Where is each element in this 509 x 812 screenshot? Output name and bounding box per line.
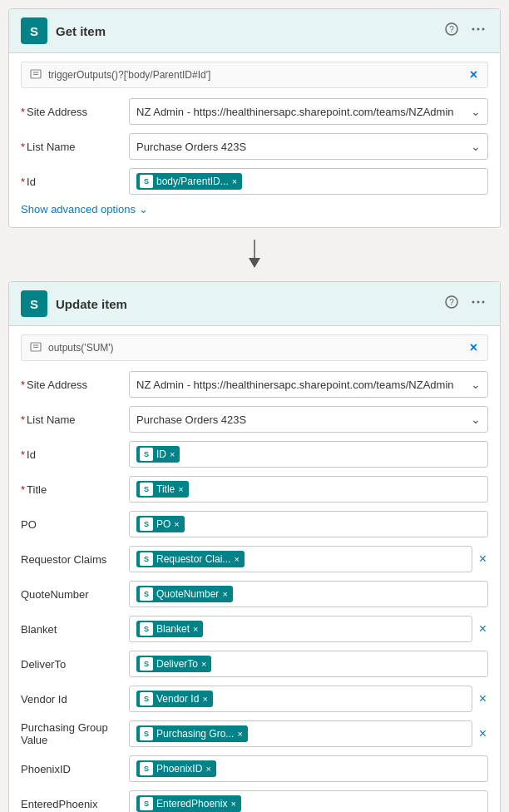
get-item-source-close[interactable]: × <box>468 67 479 82</box>
update-field-input-1[interactable]: STitle× <box>129 476 488 503</box>
update-site-chevron-icon: ⌄ <box>471 378 481 391</box>
update-item-body: outputs('SUM') × *Site Address NZ Admin … <box>9 326 500 812</box>
get-item-actions: ? <box>442 21 488 41</box>
outer-clear-3[interactable]: × <box>477 552 488 567</box>
update-item-header: S Update item ? <box>9 282 500 326</box>
tag-icon-7: S <box>140 692 153 706</box>
help-icon-2: ? <box>445 295 458 309</box>
update-field-tag-1: STitle× <box>136 481 189 498</box>
update-field-label-2: PO <box>21 518 129 531</box>
update-site-address-label: *Site Address <box>21 379 129 391</box>
update-field-input-10[interactable]: SEnteredPhoenix× <box>129 790 488 812</box>
get-item-more-button[interactable] <box>468 21 488 41</box>
update-list-name-row: *List Name Purchase Orders 423S ⌄ <box>21 406 488 433</box>
get-item-id-tag: S body/ParentID... × <box>136 173 242 190</box>
update-field-input-8[interactable]: SPurchasing Gro...× <box>129 720 472 747</box>
update-field-input-3[interactable]: SRequestor Clai...× <box>129 546 472 572</box>
tag-close-6[interactable]: × <box>201 660 206 669</box>
update-field-tag-6: SDeliverTo× <box>136 656 211 672</box>
update-item-card: S Update item ? <box>8 281 501 812</box>
svg-point-14 <box>482 301 485 304</box>
tag-close-8[interactable]: × <box>237 730 242 739</box>
update-field-input-0[interactable]: SID× <box>129 441 488 468</box>
list-name-chevron-icon: ⌄ <box>471 140 481 153</box>
outer-clear-8[interactable]: × <box>477 726 488 741</box>
get-item-help-button[interactable]: ? <box>442 21 462 41</box>
update-item-source-row: outputs('SUM') × <box>21 334 488 361</box>
update-field-tag-0: SID× <box>136 446 180 463</box>
tag-icon-8: S <box>140 727 153 740</box>
update-field-row-6: DeliverToSDeliverTo× <box>21 651 488 677</box>
get-item-site-address-row: *Site Address NZ Admin - https://healthi… <box>21 98 488 125</box>
update-item-source-text: outputs('SUM') <box>48 342 468 354</box>
update-field-input-4[interactable]: SQuoteNumber× <box>129 581 488 607</box>
tag-sharepoint-icon: S <box>140 175 153 188</box>
update-field-input-5[interactable]: SBlanket× <box>129 616 472 642</box>
tag-icon-1: S <box>140 483 153 496</box>
svg-marker-9 <box>249 258 260 268</box>
update-field-tag-4: SQuoteNumber× <box>136 586 233 602</box>
tag-close-0[interactable]: × <box>170 450 175 459</box>
update-field-label-10: EnteredPhoenix <box>21 798 129 810</box>
update-site-address-input[interactable]: NZ Admin - https://healthinersapc.sharep… <box>129 371 488 398</box>
tag-close-2[interactable]: × <box>174 520 179 529</box>
update-item-actions: ? <box>442 294 488 314</box>
help-icon: ? <box>445 22 458 36</box>
tag-close-1[interactable]: × <box>178 485 183 494</box>
svg-text:?: ? <box>449 25 454 34</box>
update-field-label-8: Purchasing Group Value <box>21 721 129 746</box>
site-address-chevron-icon: ⌄ <box>471 105 481 118</box>
update-list-name-input[interactable]: Purchase Orders 423S ⌄ <box>129 406 488 433</box>
tag-icon-5: S <box>140 622 153 636</box>
update-item-help-button[interactable]: ? <box>442 294 462 314</box>
get-item-source-row: triggerOutputs()?['body/ParentID#Id'] × <box>21 62 488 88</box>
tag-icon-9: S <box>140 762 153 775</box>
tag-icon-3: S <box>140 552 153 566</box>
update-field-input-6[interactable]: SDeliverTo× <box>129 651 488 677</box>
get-item-source-text: triggerOutputs()?['body/ParentID#Id'] <box>48 69 468 81</box>
update-field-input-9[interactable]: SPhoenixID× <box>129 755 488 782</box>
tag-icon-6: S <box>140 657 153 671</box>
get-item-id-label: *Id <box>21 176 129 188</box>
update-field-row-8: Purchasing Group ValueSPurchasing Gro...… <box>21 720 488 747</box>
update-field-row-10: EnteredPhoenixSEnteredPhoenix× <box>21 790 488 812</box>
tag-close-9[interactable]: × <box>205 765 210 774</box>
update-field-tag-5: SBlanket× <box>136 621 203 637</box>
update-field-label-4: QuoteNumber <box>21 588 129 601</box>
outer-clear-7[interactable]: × <box>477 691 488 706</box>
show-advanced-chevron-icon: ⌄ <box>139 203 148 215</box>
get-item-site-address-input[interactable]: NZ Admin - https://healthinersapc.sharep… <box>129 98 488 125</box>
update-source-icon <box>30 341 42 355</box>
show-advanced-button[interactable]: Show advanced options ⌄ <box>21 203 148 215</box>
update-item-more-button[interactable] <box>468 294 488 314</box>
tag-close-7[interactable]: × <box>202 695 207 704</box>
get-item-header: S Get item ? <box>9 9 500 53</box>
update-item-title: Update item <box>56 297 442 311</box>
update-field-tag-9: SPhoenixID× <box>136 760 216 777</box>
get-item-id-input[interactable]: S body/ParentID... × <box>129 168 488 195</box>
connector-arrow <box>8 228 501 281</box>
update-field-input-2[interactable]: SPO× <box>129 511 488 537</box>
get-item-id-tag-close[interactable]: × <box>232 177 237 186</box>
update-field-tag-2: SPO× <box>136 516 185 532</box>
update-field-tag-8: SPurchasing Gro...× <box>136 725 248 742</box>
tag-icon-2: S <box>140 517 153 531</box>
outer-clear-5[interactable]: × <box>477 621 488 636</box>
update-field-row-7: Vendor IdSVendor Id×× <box>21 686 488 712</box>
get-item-list-name-input[interactable]: Purchase Orders 423S ⌄ <box>129 133 488 160</box>
tag-close-4[interactable]: × <box>222 590 227 599</box>
tag-close-5[interactable]: × <box>193 625 198 634</box>
update-field-row-3: Requestor ClaimsSRequestor Clai...×× <box>21 546 488 572</box>
update-field-label-7: Vendor Id <box>21 693 129 706</box>
update-field-input-7[interactable]: SVendor Id× <box>129 686 472 712</box>
get-item-id-row: *Id S body/ParentID... × <box>21 168 488 195</box>
get-item-icon: S <box>21 17 47 44</box>
update-item-source-close[interactable]: × <box>468 340 479 355</box>
update-field-row-9: PhoenixIDSPhoenixID× <box>21 755 488 782</box>
more-icon-2 <box>472 295 485 309</box>
update-field-tag-10: SEnteredPhoenix× <box>136 795 241 812</box>
tag-close-3[interactable]: × <box>234 555 239 564</box>
tag-close-10[interactable]: × <box>230 800 235 809</box>
main-container: S Get item ? <box>0 0 509 812</box>
update-item-icon: S <box>21 290 47 317</box>
